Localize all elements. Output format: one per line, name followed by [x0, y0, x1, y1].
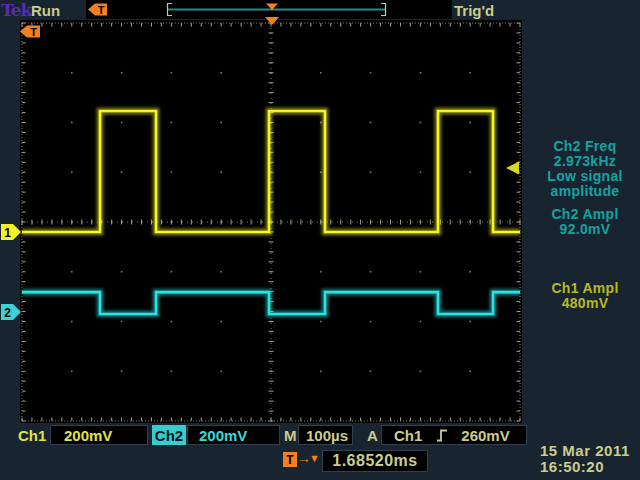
- trigger-record-icon: T: [88, 4, 107, 16]
- date: 15 Mar 2011: [540, 443, 630, 459]
- delay-readout: 1.68520ms: [322, 450, 428, 472]
- ch2-scale-box: 200mV: [187, 425, 280, 445]
- trigger-t-label: T: [30, 26, 37, 38]
- ch2-label-chip: Ch2: [152, 425, 186, 445]
- datetime: 15 Mar 2011 16:50:20: [540, 443, 630, 475]
- ch2-freq-readout: Ch2 Freq 2.973kHz Low signal amplitude: [531, 139, 639, 199]
- ch2-marker-label: 2: [4, 306, 11, 320]
- oscilloscope-screen: T T 1 2 Tek Run Trig'd: [0, 0, 640, 480]
- ch2-freq-label: Ch2 Freq: [531, 139, 639, 154]
- ch1-scale-box: 200mV: [50, 425, 148, 445]
- trigger-settings-box: Ch1 260mV: [381, 425, 527, 445]
- trigger-t-label: T: [98, 4, 105, 16]
- ch2-label: Ch2: [155, 427, 183, 444]
- arrow-left-icon: [88, 4, 95, 16]
- trigger-source: Ch1: [394, 427, 422, 444]
- ch2-position-marker: 2: [1, 304, 21, 320]
- ch2-scale: 200mV: [199, 427, 247, 444]
- trigger-status: Trig'd: [454, 2, 494, 19]
- ch2-ampl-readout: Ch2 Ampl 92.0mV: [531, 207, 639, 237]
- scope-display: T T 1 2: [0, 0, 640, 480]
- timebase-scale: 100µs: [306, 427, 348, 444]
- ch1-scale: 200mV: [64, 427, 112, 444]
- triangle-down-icon: ▼: [309, 452, 320, 464]
- ch2-ampl-value: 92.0mV: [531, 222, 639, 237]
- rising-edge-icon: [436, 428, 448, 443]
- acquisition-status: Run: [31, 2, 60, 19]
- ch1-label: Ch1: [18, 427, 46, 444]
- timebase-box: 100µs: [298, 425, 353, 445]
- trigger-mode-label: A: [367, 427, 378, 444]
- ch1-position-marker: 1: [1, 224, 21, 240]
- delay-t-icon: T: [283, 452, 297, 467]
- trigger-level: 260mV: [461, 427, 509, 444]
- record-window-bar: [168, 4, 386, 16]
- ch1-ampl-readout: Ch1 Ampl 480mV: [531, 281, 639, 311]
- ch1-ampl-value: 480mV: [531, 296, 639, 311]
- ch1-ampl-label: Ch1 Ampl: [531, 281, 639, 296]
- time: 16:50:20: [540, 459, 630, 475]
- tek-logo: Tek: [1, 0, 31, 20]
- ch2-freq-warning-1: Low signal: [531, 169, 639, 184]
- ch1-marker-label: 1: [4, 226, 11, 240]
- ch2-freq-value: 2.973kHz: [531, 154, 639, 169]
- ch2-ampl-label: Ch2 Ampl: [531, 207, 639, 222]
- timebase-label: M: [284, 427, 297, 444]
- ch2-freq-warning-2: amplitude: [531, 184, 639, 199]
- delay-value: 1.68520ms: [332, 452, 417, 470]
